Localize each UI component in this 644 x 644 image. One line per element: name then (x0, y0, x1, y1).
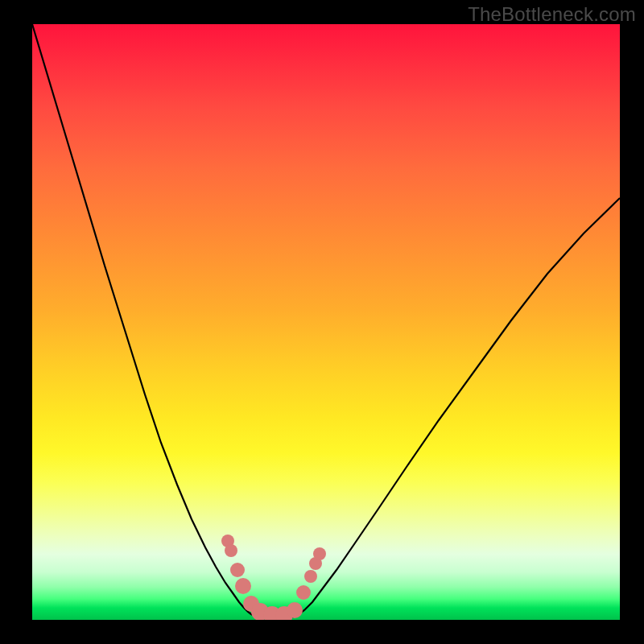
marker-dot (230, 563, 245, 577)
marker-dot (296, 585, 311, 600)
right-curve (282, 198, 620, 618)
chart-svg (32, 24, 620, 620)
watermark-text: TheBottleneck.com (468, 3, 636, 26)
left-curve (32, 24, 282, 618)
marker-dot (304, 570, 317, 583)
chart-frame: TheBottleneck.com (0, 0, 644, 644)
marker-group (221, 535, 326, 620)
plot-area (32, 24, 620, 620)
marker-dot (235, 578, 251, 594)
marker-dot (225, 544, 237, 557)
marker-dot (287, 602, 303, 618)
marker-dot (313, 547, 326, 560)
